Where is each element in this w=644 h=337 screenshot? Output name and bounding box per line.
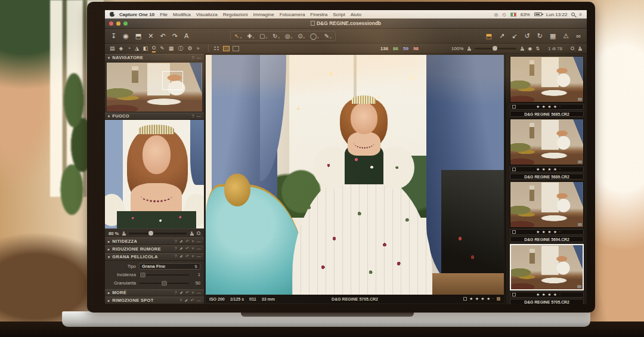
- copy-icon[interactable]: ⬈: [179, 246, 183, 251]
- collapse-icon[interactable]: —: [197, 290, 201, 295]
- viewer-zoom-value[interactable]: 100%: [451, 46, 463, 51]
- grid-overlay-icon[interactable]: ▦: [550, 33, 556, 39]
- fit-image-icon[interactable]: [467, 47, 471, 51]
- collapse-icon[interactable]: —: [197, 55, 201, 60]
- exposure-warning-icon[interactable]: ⚠: [563, 33, 569, 39]
- disclosure-icon[interactable]: ▾: [108, 114, 110, 118]
- spotlight-icon[interactable]: [571, 13, 575, 16]
- spot-removal-tool[interactable]: ◯▾: [310, 33, 319, 39]
- rotate-right-icon[interactable]: ↻: [537, 33, 543, 39]
- menu-finestra[interactable]: Finestra: [310, 12, 327, 17]
- filmstrip-item-selected[interactable]: ★ ★ ★ ★ · D&G REGINE 5705.CR2: [510, 244, 584, 304]
- color-tab-icon[interactable]: ◔: [127, 45, 130, 51]
- reset-icon[interactable]: ↶: [185, 246, 189, 251]
- delete-icon[interactable]: ✕: [148, 33, 153, 39]
- presets-icon[interactable]: ≡: [191, 246, 194, 251]
- disclosure-icon[interactable]: ▾: [108, 55, 110, 60]
- settings-tab-icon[interactable]: ⚙: [187, 45, 192, 51]
- noise-reduction-panel-header[interactable]: ▸ RIDUZIONE RUMORE ?⬈↶≡—: [105, 245, 204, 253]
- disclosure-icon[interactable]: ▸: [108, 247, 110, 251]
- thumbnail-rating-row[interactable]: ★ ★ ★ ★ ·: [510, 104, 584, 110]
- focus-search-icon[interactable]: [197, 231, 200, 235]
- reset-icon[interactable]: ↶: [185, 254, 189, 259]
- eye-compare-icon[interactable]: ◉: [528, 46, 532, 51]
- star-rating[interactable]: ★ ★ ★ ★ ·: [536, 104, 561, 109]
- thumbnail-rating-row[interactable]: ★ ★ ★ ★ ·: [510, 229, 584, 235]
- menu-visualizza[interactable]: Visualizza: [196, 12, 218, 17]
- menu-modifica[interactable]: Modifica: [173, 12, 191, 17]
- rotate-left-icon[interactable]: ↺: [524, 33, 530, 39]
- loupe-tool[interactable]: ⊙▾: [298, 33, 305, 39]
- adjustments-tab-icon[interactable]: ✎: [160, 45, 165, 51]
- help-icon[interactable]: ?: [175, 239, 177, 244]
- info-tab-icon[interactable]: ⓘ: [178, 45, 183, 52]
- select-checkbox[interactable]: [512, 168, 516, 171]
- exposure-tab-icon[interactable]: ◮: [135, 45, 139, 51]
- filmstrip-item[interactable]: ★ ★ ★ ★ · D&G REGINE 5689.CR2: [510, 119, 584, 180]
- sort-order-icon[interactable]: ⇅: [535, 46, 540, 51]
- zoom-100-icon[interactable]: [520, 47, 524, 51]
- star-rating[interactable]: ★ ★ ★ ★ ·: [469, 296, 494, 301]
- metadata-tab-icon[interactable]: ▦: [169, 45, 174, 51]
- focus-zoom-slider[interactable]: [129, 233, 187, 234]
- proof-margin-icon[interactable]: [233, 46, 239, 51]
- focus-zoom-value[interactable]: 80 %: [109, 231, 119, 236]
- filter-search-icon[interactable]: [571, 47, 574, 50]
- status-circle-icon[interactable]: ◎: [494, 12, 499, 17]
- face-zoom-icon[interactable]: [578, 47, 582, 51]
- apple-menu-icon[interactable]: [110, 12, 114, 17]
- zoom-100-icon[interactable]: [190, 231, 194, 236]
- proof-profile-icon[interactable]: ∞: [576, 33, 581, 39]
- filmstrip-item[interactable]: ★ ★ ★ ★ · D&G REGINE 5685.CR2: [510, 56, 584, 117]
- menu-aiuto[interactable]: Aiuto: [351, 12, 361, 17]
- star-rating[interactable]: ★ ★ ★ ★ ·: [536, 167, 561, 172]
- presets-icon[interactable]: ≡: [191, 239, 194, 244]
- library-tab-icon[interactable]: ▤: [110, 45, 115, 51]
- menu-fotocamera[interactable]: Fotocamera: [280, 12, 305, 17]
- crop-tool[interactable]: ▢▾: [259, 33, 267, 39]
- menu-regolazioni[interactable]: Regolazioni: [223, 12, 248, 17]
- keyboard-layout-flag-it[interactable]: [510, 13, 516, 17]
- thumbnail[interactable]: [510, 244, 584, 290]
- battery-icon[interactable]: [534, 13, 542, 16]
- select-checkbox[interactable]: [512, 230, 516, 234]
- collapse-icon[interactable]: —: [197, 114, 201, 118]
- multi-view-icon[interactable]: [213, 46, 220, 51]
- help-icon[interactable]: ?: [175, 290, 177, 295]
- film-grain-panel-header[interactable]: ▾ GRANA PELLICOLA ?⬈↶≡—: [105, 253, 204, 261]
- select-checkbox[interactable]: [512, 105, 516, 109]
- single-view-icon[interactable]: [223, 46, 230, 51]
- copy-icon[interactable]: ⬈: [179, 254, 183, 259]
- viewer-image[interactable]: [206, 55, 504, 295]
- disclosure-icon[interactable]: ▾: [108, 255, 110, 259]
- capture-tab-icon[interactable]: ◈: [119, 45, 123, 51]
- notification-center-icon[interactable]: ≡: [579, 12, 582, 17]
- focus-panel-header[interactable]: ▾ FUOCO ?—: [105, 113, 204, 120]
- copy-icon[interactable]: ⬈: [184, 298, 188, 303]
- help-icon[interactable]: ?: [175, 246, 177, 251]
- zoom-out-panel-icon[interactable]: ↗: [499, 33, 504, 39]
- airplay-icon[interactable]: ◇: [503, 12, 506, 17]
- select-cursor-tool[interactable]: ↖▾: [234, 33, 242, 39]
- select-checkbox[interactable]: [512, 293, 516, 296]
- grain-impact-slider[interactable]: [139, 274, 189, 276]
- app-menu[interactable]: Capture One 10: [119, 12, 154, 17]
- reset-icon[interactable]: ↶: [185, 290, 189, 295]
- help-icon[interactable]: ?: [179, 298, 182, 303]
- copy-icon[interactable]: ⬈: [179, 239, 183, 244]
- copy-adjustments-icon[interactable]: ⬒: [486, 33, 492, 39]
- undo-icon[interactable]: ↶: [160, 33, 165, 39]
- collapse-icon[interactable]: —: [197, 254, 201, 259]
- focus-preview[interactable]: [105, 120, 204, 228]
- disclosure-icon[interactable]: ▸: [108, 290, 110, 295]
- grain-granularity-slider[interactable]: [139, 283, 189, 284]
- star-rating[interactable]: ★ ★ ★ ★ ·: [536, 230, 561, 234]
- sharpening-panel-header[interactable]: ▸ NITIDEZZA ?⬈↶≡—: [105, 237, 204, 245]
- export-icon[interactable]: ⬒: [135, 33, 141, 39]
- fit-icon[interactable]: [122, 231, 126, 236]
- thumbnail[interactable]: [510, 119, 584, 165]
- pan-tool[interactable]: ✚▾: [247, 33, 254, 39]
- details-tab-icon[interactable]: [152, 45, 156, 52]
- presets-icon[interactable]: ≡: [191, 254, 194, 259]
- presets-icon[interactable]: ≡: [191, 290, 194, 295]
